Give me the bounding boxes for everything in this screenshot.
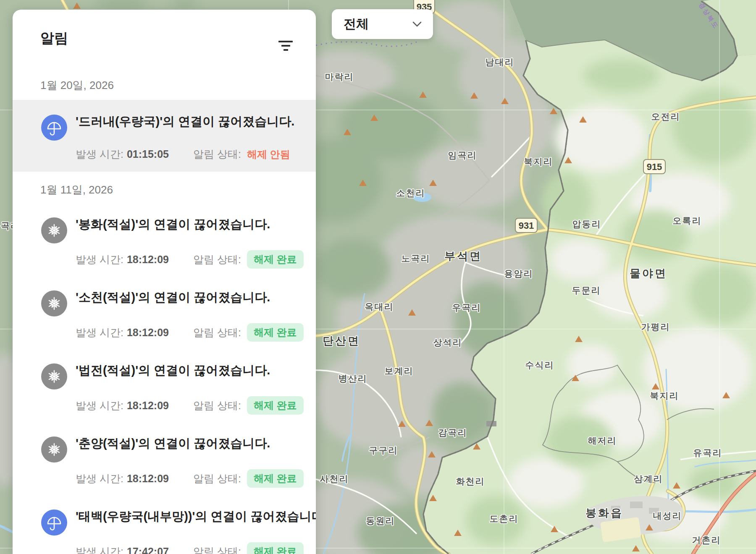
rain-gauge-icon [41,115,67,141]
alert-item[interactable]: '춘양(적설)'의 연결이 끊어졌습니다. 발생 시간: 18:12:09 알림… [13,414,316,487]
map-place-label: 두문리 [572,285,601,295]
map-place-label: 용암리 [504,269,533,278]
map-place-label: 단산면 [323,334,360,347]
map-place-label: 상석리 [433,337,462,347]
map-place-label: 구구리 [369,445,398,455]
map-place-label: 거촌리 [692,535,721,545]
filter-button[interactable] [276,37,295,55]
road-shield: 931 [515,218,537,233]
date-header: 1월 11일, 2026 [40,184,301,195]
map-place-label: 우곡리 [452,303,481,312]
map-place-label: 보계리 [385,366,414,376]
date-header: 1월 20일, 2026 [40,80,301,91]
time-label: 발생 시간: [76,545,123,554]
road-shield: 915 [643,159,665,174]
time-value: 01:15:05 [127,148,169,160]
filter-icon [278,41,293,42]
status-label: 알림 상태: [193,326,241,340]
map-place-label: 감곡리 [438,428,467,437]
snowfall-icon [41,290,67,316]
time-value: 18:12:09 [127,253,169,266]
chevron-down-icon [412,21,422,27]
map-place-label: 유곡리 [693,448,722,457]
snowfall-icon [41,363,67,389]
map-place-label: 소천리 [396,188,425,198]
alert-item[interactable]: '봉화(적설)'의 연결이 끊어졌습니다. 발생 시간: 18:12:09 알림… [13,195,316,268]
alert-message: '드러내(우량국)'의 연결이 끊어졌습니다. [76,115,301,128]
alert-message: '법전(적설)'의 연결이 끊어졌습니다. [76,363,301,377]
status-badge: 해제 완료 [247,469,304,488]
map-place-label: 옥대리 [365,302,394,311]
map-place-label: 남대리 [486,57,514,67]
map-place-label: 물야면 [630,267,667,280]
map-place-label: 봉화읍 [585,507,623,519]
alert-item[interactable]: '태백(우량국(내부망))'의 연결이 끊어졌습니다. 발생 시간: 17:42… [13,487,316,554]
map-place-label: 내성리 [653,511,682,520]
map-place-label: 해저리 [588,436,617,445]
time-value: 18:12:09 [127,400,169,412]
status-label: 알림 상태: [193,545,241,554]
map-place-label: 삼계리 [634,474,663,483]
time-label: 발생 시간: [76,147,123,161]
map-place-label: 도촌리 [490,514,519,523]
rain-gauge-icon [41,510,67,536]
map-place-label: 오록리 [673,216,702,225]
map-place-label: 동원리 [366,516,395,525]
alert-message: '태백(우량국(내부망))'의 연결이 끊어졌습니다. [76,510,301,523]
notification-panel: 알림 1월 20일, 2026 '드러내(우량국)'의 연결이 끊어졌습니다. … [13,10,316,554]
map-place-label: 임곡리 [448,150,477,160]
map-place-label: 수식리 [525,360,554,370]
snowfall-icon [41,436,67,463]
alert-message: '춘양(적설)'의 연결이 끊어졌습니다. [76,436,301,450]
time-label: 발생 시간: [76,253,123,267]
map-place-label: 북지리 [650,391,679,400]
time-value: 18:12:09 [127,327,169,339]
svg-text:28: 28 [419,0,429,1]
status-badge: 해제 완료 [247,396,304,415]
alert-type-dropdown[interactable]: 전체 [332,9,433,39]
alert-message: '소천(적설)'의 연결이 끊어졌습니다. [76,290,301,304]
time-label: 발생 시간: [76,472,123,486]
dropdown-value: 전체 [344,16,369,33]
map-place-label: 사천리 [320,474,349,483]
map-place-label: 북지리 [524,157,553,166]
map-place-label: 마락리 [325,72,354,81]
status-badge: 해제 완료 [247,250,304,269]
time-value: 18:12:09 [127,473,169,485]
status-label: 알림 상태: [193,472,241,486]
alert-list: 1월 20일, 2026 '드러내(우량국)'의 연결이 끊어졌습니다. 발생 … [13,80,316,554]
svg-text:915: 915 [647,162,662,172]
panel-title: 알림 [40,30,301,46]
map-place-label: 부석면 [444,250,482,262]
map-place-label: 병산리 [339,374,368,383]
map-place-label: 노곡리 [402,253,430,263]
map-place-label: 압동리 [572,219,601,229]
alert-item[interactable]: '법전(적설)'의 연결이 끊어졌습니다. 발생 시간: 18:12:09 알림… [13,341,316,414]
time-label: 발생 시간: [76,326,123,340]
status-badge: 해제 완료 [247,323,304,342]
status-label: 알림 상태: [193,399,241,413]
alert-item[interactable]: '소천(적설)'의 연결이 끊어졌습니다. 발생 시간: 18:12:09 알림… [13,268,316,341]
alert-item[interactable]: '드러내(우량국)'의 연결이 끊어졌습니다. 발생 시간: 01:15:05 … [13,100,316,172]
status-label: 알림 상태: [193,147,241,161]
svg-text:931: 931 [519,220,534,231]
map-place-label: 화천리 [456,476,485,486]
snowfall-icon [41,217,67,243]
alert-message: '봉화(적설)'의 연결이 끊어졌습니다. [76,217,301,231]
map-place-label: 오전리 [651,112,680,121]
status-badge: 해제 완료 [247,542,304,554]
time-value: 17:42:07 [127,546,169,554]
status-label: 알림 상태: [193,253,241,267]
status-badge: 해제 안됨 [247,148,290,161]
time-label: 발생 시간: [76,399,123,413]
panel-header: 알림 [13,10,316,46]
map-place-label: 가평리 [641,322,670,332]
